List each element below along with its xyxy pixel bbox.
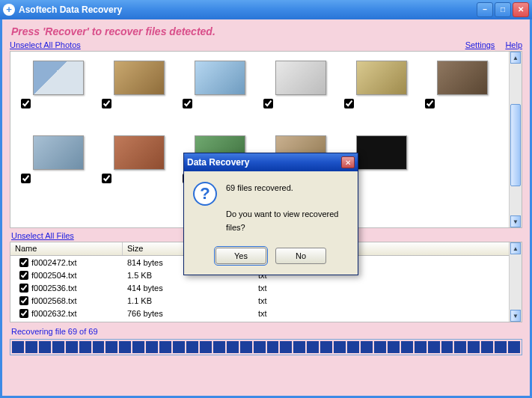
photo-image[interactable] xyxy=(33,61,84,95)
progress-segment xyxy=(293,341,305,353)
progress-segment xyxy=(468,341,480,353)
progress-segment xyxy=(508,341,520,353)
unselect-all-photos-link[interactable]: Unselect All Photos xyxy=(10,40,81,49)
files-scroll-down[interactable]: ▼ xyxy=(510,310,521,322)
progress-segment xyxy=(12,341,24,353)
photo-checkbox[interactable] xyxy=(21,99,31,108)
progress-segment xyxy=(254,341,266,353)
progress-segment xyxy=(495,341,507,353)
progress-segment xyxy=(200,341,212,353)
maximize-button[interactable]: □ xyxy=(495,2,511,17)
file-name-cell: f0002472.txt xyxy=(15,258,123,267)
photo-checkbox[interactable] xyxy=(21,174,31,183)
help-link[interactable]: Help xyxy=(505,40,522,49)
progress-bar xyxy=(10,339,522,355)
dialog-body: ? 69 files recovered. Do you want to vie… xyxy=(184,171,358,243)
files-scroll-up[interactable]: ▲ xyxy=(510,242,521,254)
file-checkbox[interactable] xyxy=(19,271,28,280)
photo-image[interactable] xyxy=(275,61,326,95)
progress-segment xyxy=(25,341,37,353)
photo-thumb[interactable] xyxy=(18,131,99,206)
progress-segment xyxy=(79,341,91,353)
file-name-cell: f0002504.txt xyxy=(15,271,123,280)
scroll-up-arrow[interactable]: ▲ xyxy=(510,52,521,64)
minimize-button[interactable]: – xyxy=(477,2,493,17)
photo-checkbox[interactable] xyxy=(263,99,273,108)
dialog-line2: Do you want to view recovered files? xyxy=(226,208,349,234)
photo-checkbox[interactable] xyxy=(102,99,111,108)
dialog-titlebar: Data Recovery ✕ xyxy=(184,153,358,171)
photo-checkbox[interactable] xyxy=(425,99,435,108)
yes-button[interactable]: Yes xyxy=(215,248,266,264)
photo-thumb[interactable] xyxy=(18,56,99,131)
progress-segment xyxy=(361,341,373,353)
photo-image[interactable] xyxy=(356,61,407,95)
photo-checkbox[interactable] xyxy=(102,174,111,183)
dialog-close-button[interactable]: ✕ xyxy=(341,156,355,168)
progress-segment xyxy=(240,341,252,353)
photo-image[interactable] xyxy=(195,61,245,95)
photo-thumb[interactable] xyxy=(99,56,180,131)
photo-image[interactable] xyxy=(437,61,488,95)
file-name: f0002632.txt xyxy=(31,309,77,318)
app-title: Asoftech Data Recovery xyxy=(19,4,477,15)
status-text: Recovering file 69 of 69 xyxy=(11,327,522,336)
photo-thumb[interactable] xyxy=(260,56,341,131)
photo-image[interactable] xyxy=(356,135,407,170)
progress-segment xyxy=(132,341,144,353)
progress-segment xyxy=(267,341,279,353)
photo-image[interactable] xyxy=(33,135,84,170)
progress-segment xyxy=(159,341,171,353)
titlebar: + Asoftech Data Recovery – □ ✕ xyxy=(0,0,532,19)
close-button[interactable]: ✕ xyxy=(513,2,529,17)
progress-segment xyxy=(213,341,225,353)
top-links: Unselect All Photos Settings Help xyxy=(10,40,522,49)
photo-checkbox[interactable] xyxy=(183,99,192,108)
file-name: f0002504.txt xyxy=(31,271,77,280)
unselect-all-files-link[interactable]: Unselect All Files xyxy=(11,231,74,240)
progress-segment xyxy=(106,341,117,353)
progress-segment xyxy=(481,341,493,353)
progress-segment xyxy=(401,341,413,353)
file-name-cell: f0002568.txt xyxy=(15,296,123,305)
photos-scrollbar[interactable]: ▲ ▼ xyxy=(509,52,522,227)
file-row[interactable]: f0002568.txt1.1 KBtxt xyxy=(10,294,522,307)
progress-segment xyxy=(93,341,105,353)
file-size: 414 bytes xyxy=(123,284,254,293)
file-checkbox[interactable] xyxy=(19,309,28,318)
question-icon: ? xyxy=(193,182,217,206)
file-size: 766 bytes xyxy=(123,309,254,318)
photo-image[interactable] xyxy=(114,135,165,170)
file-checkbox[interactable] xyxy=(19,284,28,293)
settings-link[interactable]: Settings xyxy=(465,40,495,49)
dialog-line1: 69 files recovered. xyxy=(226,182,349,195)
file-checkbox[interactable] xyxy=(19,296,28,305)
progress-segment xyxy=(374,341,386,353)
photo-thumb[interactable] xyxy=(341,56,422,131)
dialog: Data Recovery ✕ ? 69 files recovered. Do… xyxy=(183,153,358,275)
file-name-cell: f0002632.txt xyxy=(15,309,123,318)
progress-segment xyxy=(119,341,131,353)
file-row[interactable]: f0002632.txt766 bytestxt xyxy=(10,307,522,319)
file-ext: txt xyxy=(254,284,358,293)
scroll-down-arrow[interactable]: ▼ xyxy=(510,215,521,227)
photo-checkbox[interactable] xyxy=(344,99,354,108)
col-name[interactable]: Name xyxy=(10,242,123,255)
progress-segment xyxy=(388,341,400,353)
progress-segment xyxy=(415,341,426,353)
file-checkbox[interactable] xyxy=(19,258,28,267)
progress-segment xyxy=(186,341,198,353)
progress-segment xyxy=(146,341,158,353)
file-ext: txt xyxy=(254,296,358,305)
progress-segment xyxy=(334,341,346,353)
files-scrollbar[interactable]: ▲ ▼ xyxy=(509,242,522,322)
no-button[interactable]: No xyxy=(275,248,326,264)
photo-image[interactable] xyxy=(114,61,165,95)
photo-thumb[interactable] xyxy=(422,56,503,131)
scroll-thumb[interactable] xyxy=(510,104,521,186)
dialog-buttons: Yes No xyxy=(184,243,358,275)
file-row[interactable]: f0002536.txt414 bytestxt xyxy=(10,281,522,294)
progress-segment xyxy=(320,341,332,353)
photo-thumb[interactable] xyxy=(99,131,180,206)
photo-thumb[interactable] xyxy=(180,56,260,131)
